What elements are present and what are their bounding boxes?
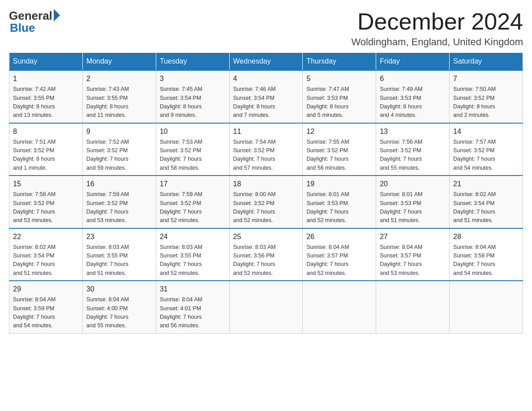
day-info: Sunrise: 7:54 AMSunset: 3:52 PMDaylight:…	[233, 138, 299, 173]
day-number: 12	[306, 126, 372, 137]
calendar-cell: 2Sunrise: 7:43 AMSunset: 3:55 PMDaylight…	[82, 70, 156, 123]
day-info: Sunrise: 7:49 AMSunset: 3:53 PMDaylight:…	[380, 85, 446, 120]
day-info: Sunrise: 7:59 AMSunset: 3:52 PMDaylight:…	[160, 190, 226, 225]
week-row-5: 29Sunrise: 8:04 AMSunset: 3:59 PMDayligh…	[9, 281, 523, 333]
calendar-cell: 12Sunrise: 7:55 AMSunset: 3:52 PMDayligh…	[303, 123, 376, 176]
day-number: 27	[380, 231, 446, 242]
week-row-3: 15Sunrise: 7:58 AMSunset: 3:52 PMDayligh…	[9, 176, 523, 228]
day-info: Sunrise: 7:52 AMSunset: 3:52 PMDaylight:…	[86, 138, 152, 173]
calendar-cell: 4Sunrise: 7:46 AMSunset: 3:54 PMDaylight…	[229, 70, 303, 123]
day-number: 15	[13, 179, 79, 189]
day-number: 29	[13, 284, 79, 295]
calendar-cell: 23Sunrise: 8:03 AMSunset: 3:55 PMDayligh…	[82, 228, 156, 281]
day-info: Sunrise: 7:51 AMSunset: 3:52 PMDaylight:…	[13, 138, 79, 173]
day-info: Sunrise: 7:59 AMSunset: 3:52 PMDaylight:…	[86, 190, 152, 225]
day-info: Sunrise: 7:58 AMSunset: 3:52 PMDaylight:…	[13, 190, 79, 225]
day-number: 10	[160, 126, 226, 137]
logo-triangle-icon	[54, 9, 60, 21]
calendar-cell: 17Sunrise: 7:59 AMSunset: 3:52 PMDayligh…	[156, 176, 229, 228]
day-info: Sunrise: 8:02 AMSunset: 3:54 PMDaylight:…	[453, 190, 519, 225]
column-header-monday: Monday	[82, 53, 156, 71]
calendar-cell: 6Sunrise: 7:49 AMSunset: 3:53 PMDaylight…	[376, 70, 450, 123]
day-info: Sunrise: 8:01 AMSunset: 3:53 PMDaylight:…	[306, 190, 372, 225]
column-header-saturday: Saturday	[450, 53, 523, 71]
day-info: Sunrise: 7:42 AMSunset: 3:55 PMDaylight:…	[13, 85, 79, 120]
day-info: Sunrise: 7:53 AMSunset: 3:52 PMDaylight:…	[160, 138, 226, 173]
day-number: 14	[453, 126, 519, 137]
week-row-4: 22Sunrise: 8:02 AMSunset: 3:54 PMDayligh…	[9, 228, 523, 281]
day-info: Sunrise: 8:02 AMSunset: 3:54 PMDaylight:…	[13, 243, 79, 278]
location-subtitle: Woldingham, England, United Kingdom	[351, 36, 523, 48]
calendar-cell: 22Sunrise: 8:02 AMSunset: 3:54 PMDayligh…	[9, 228, 83, 281]
week-row-1: 1Sunrise: 7:42 AMSunset: 3:55 PMDaylight…	[9, 70, 523, 123]
day-info: Sunrise: 8:04 AMSunset: 4:01 PMDaylight:…	[160, 295, 226, 330]
logo-text-blue: Blue	[10, 21, 35, 35]
day-number: 21	[453, 179, 519, 189]
day-number: 22	[13, 231, 79, 242]
calendar-cell: 15Sunrise: 7:58 AMSunset: 3:52 PMDayligh…	[9, 176, 83, 228]
day-number: 18	[233, 179, 299, 189]
day-number: 26	[306, 231, 372, 242]
day-info: Sunrise: 7:46 AMSunset: 3:54 PMDaylight:…	[233, 85, 299, 120]
calendar-cell: 18Sunrise: 8:00 AMSunset: 3:52 PMDayligh…	[229, 176, 303, 228]
calendar-cell: 29Sunrise: 8:04 AMSunset: 3:59 PMDayligh…	[9, 281, 83, 333]
day-info: Sunrise: 8:00 AMSunset: 3:52 PMDaylight:…	[233, 190, 299, 225]
day-info: Sunrise: 7:57 AMSunset: 3:52 PMDaylight:…	[453, 138, 519, 173]
calendar-cell: 1Sunrise: 7:42 AMSunset: 3:55 PMDaylight…	[9, 70, 83, 123]
calendar-cell: 10Sunrise: 7:53 AMSunset: 3:52 PMDayligh…	[156, 123, 229, 176]
column-header-friday: Friday	[376, 53, 450, 71]
day-number: 25	[233, 231, 299, 242]
day-number: 7	[453, 73, 519, 84]
day-info: Sunrise: 7:50 AMSunset: 3:52 PMDaylight:…	[453, 85, 519, 120]
day-number: 4	[233, 73, 299, 84]
calendar-cell: 3Sunrise: 7:45 AMSunset: 3:54 PMDaylight…	[156, 70, 229, 123]
week-row-2: 8Sunrise: 7:51 AMSunset: 3:52 PMDaylight…	[9, 123, 523, 176]
day-number: 11	[233, 126, 299, 137]
day-info: Sunrise: 8:04 AMSunset: 3:58 PMDaylight:…	[453, 243, 519, 278]
day-info: Sunrise: 7:55 AMSunset: 3:52 PMDaylight:…	[306, 138, 372, 173]
day-number: 28	[453, 231, 519, 242]
day-number: 30	[86, 284, 152, 295]
calendar-cell: 30Sunrise: 8:04 AMSunset: 4:00 PMDayligh…	[82, 281, 156, 333]
day-info: Sunrise: 8:03 AMSunset: 3:56 PMDaylight:…	[233, 243, 299, 278]
day-number: 5	[306, 73, 372, 84]
day-info: Sunrise: 8:03 AMSunset: 3:55 PMDaylight:…	[86, 243, 152, 278]
day-info: Sunrise: 8:03 AMSunset: 3:55 PMDaylight:…	[160, 243, 226, 278]
month-title: December 2024	[351, 9, 523, 34]
day-number: 23	[86, 231, 152, 242]
day-info: Sunrise: 7:56 AMSunset: 3:52 PMDaylight:…	[380, 138, 446, 173]
day-info: Sunrise: 8:01 AMSunset: 3:53 PMDaylight:…	[380, 190, 446, 225]
day-info: Sunrise: 7:47 AMSunset: 3:53 PMDaylight:…	[306, 85, 372, 120]
day-number: 16	[86, 179, 152, 189]
day-number: 2	[86, 73, 152, 84]
calendar-table: SundayMondayTuesdayWednesdayThursdayFrid…	[9, 52, 523, 334]
day-number: 31	[160, 284, 226, 295]
column-header-sunday: Sunday	[9, 53, 83, 71]
calendar-cell	[303, 281, 376, 333]
calendar-cell: 20Sunrise: 8:01 AMSunset: 3:53 PMDayligh…	[376, 176, 450, 228]
calendar-cell: 14Sunrise: 7:57 AMSunset: 3:52 PMDayligh…	[450, 123, 523, 176]
day-info: Sunrise: 8:04 AMSunset: 4:00 PMDaylight:…	[86, 295, 152, 330]
header-row: SundayMondayTuesdayWednesdayThursdayFrid…	[9, 53, 523, 71]
day-number: 20	[380, 179, 446, 189]
calendar-cell: 19Sunrise: 8:01 AMSunset: 3:53 PMDayligh…	[303, 176, 376, 228]
day-info: Sunrise: 8:04 AMSunset: 3:57 PMDaylight:…	[306, 243, 372, 278]
calendar-cell: 7Sunrise: 7:50 AMSunset: 3:52 PMDaylight…	[450, 70, 523, 123]
calendar-cell: 11Sunrise: 7:54 AMSunset: 3:52 PMDayligh…	[229, 123, 303, 176]
column-header-tuesday: Tuesday	[156, 53, 229, 71]
calendar-cell: 24Sunrise: 8:03 AMSunset: 3:55 PMDayligh…	[156, 228, 229, 281]
calendar-cell	[229, 281, 303, 333]
day-number: 8	[13, 126, 79, 137]
calendar-cell	[376, 281, 450, 333]
column-header-wednesday: Wednesday	[229, 53, 303, 71]
day-info: Sunrise: 8:04 AMSunset: 3:57 PMDaylight:…	[380, 243, 446, 278]
page-header: General Blue December 2024 Woldingham, E…	[9, 9, 523, 48]
calendar-cell: 9Sunrise: 7:52 AMSunset: 3:52 PMDaylight…	[82, 123, 156, 176]
calendar-cell: 28Sunrise: 8:04 AMSunset: 3:58 PMDayligh…	[450, 228, 523, 281]
day-info: Sunrise: 7:45 AMSunset: 3:54 PMDaylight:…	[160, 85, 226, 120]
calendar-cell	[450, 281, 523, 333]
calendar-cell: 16Sunrise: 7:59 AMSunset: 3:52 PMDayligh…	[82, 176, 156, 228]
day-number: 6	[380, 73, 446, 84]
day-number: 1	[13, 73, 79, 84]
calendar-cell: 31Sunrise: 8:04 AMSunset: 4:01 PMDayligh…	[156, 281, 229, 333]
